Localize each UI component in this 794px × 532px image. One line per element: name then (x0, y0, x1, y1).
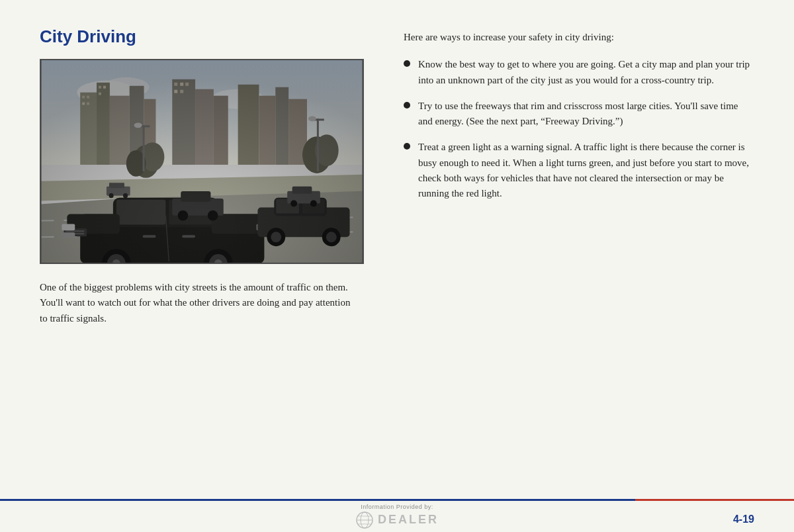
list-item: Try to use the freeways that rim and cri… (404, 99, 754, 130)
footer-dealer: DEALER (355, 511, 439, 529)
bullet-text-2: Try to use the freeways that rim and cri… (418, 99, 754, 130)
footer-content: Information Provided by: DEALER 4-19 (0, 501, 794, 532)
left-intro-text: One of the biggest problems with city st… (40, 280, 357, 326)
content-area: City Driving (40, 26, 754, 326)
right-column: Here are ways to increase your safety in… (404, 26, 754, 326)
safety-tips-list: Know the best way to get to where you ar… (404, 57, 754, 201)
svg-rect-85 (41, 60, 363, 263)
bullet-text-1: Know the best way to get to where you ar… (418, 57, 754, 88)
globe-icon (355, 511, 374, 529)
footer: Information Provided by: DEALER 4-19 (0, 499, 794, 532)
footer-provided-text: Information Provided by: (361, 504, 433, 510)
page: City Driving (0, 0, 794, 532)
footer-logo: Information Provided by: DEALER (355, 504, 439, 529)
list-item: Know the best way to get to where you ar… (404, 57, 754, 88)
bullet-text-3: Treat a green light as a warning signal.… (418, 140, 754, 201)
bullet-dot (404, 143, 410, 150)
city-illustration (40, 59, 364, 264)
bullet-dot (404, 60, 410, 67)
page-number: 4-19 (733, 513, 754, 525)
dealer-label: DEALER (378, 513, 439, 527)
right-intro-text: Here are ways to increase your safety in… (404, 30, 754, 45)
list-item: Treat a green light as a warning signal.… (404, 140, 754, 201)
bullet-dot (404, 102, 410, 109)
left-column: City Driving (40, 26, 377, 326)
page-title: City Driving (40, 26, 377, 47)
